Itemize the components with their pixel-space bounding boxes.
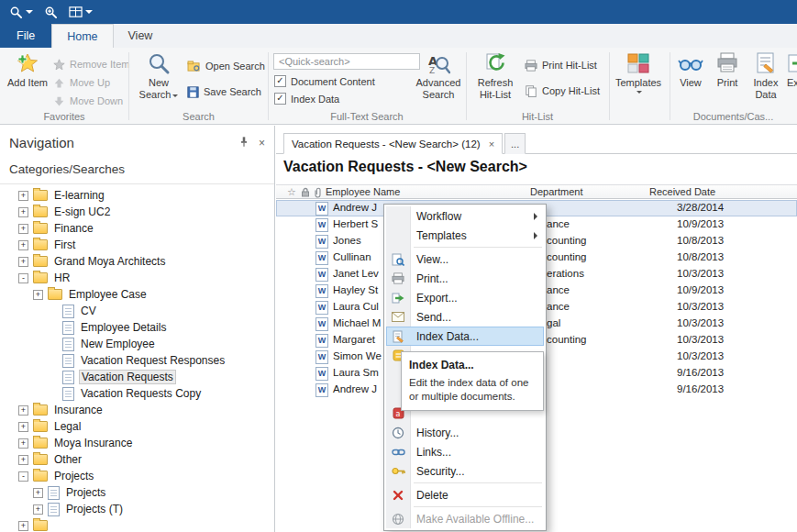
view-label: View (680, 77, 702, 89)
tree-item-e-sign-uc2[interactable]: +E-sign UC2 (0, 204, 274, 220)
refresh-hitlist-button[interactable]: Refresh Hit-List (470, 51, 521, 101)
document-content-checkbox[interactable]: ✓ Document Content (274, 75, 375, 87)
expander-icon[interactable]: + (18, 207, 28, 217)
paperclip-icon[interactable] (314, 187, 322, 200)
tab-file[interactable]: File (0, 24, 51, 48)
qat-grid-button[interactable] (69, 6, 93, 19)
column-employee-name[interactable]: Employee Name (326, 186, 400, 197)
tree-item-projects-t[interactable]: +Projects (T) (0, 501, 274, 517)
expander-icon[interactable]: + (18, 405, 28, 416)
expander-icon[interactable]: + (33, 504, 43, 515)
export-button[interactable]: Ex (787, 51, 797, 89)
open-search-button[interactable]: Open Search (187, 58, 265, 74)
tree-item-vacation-requests[interactable]: Vacation Requests (0, 369, 274, 385)
save-search-button[interactable]: Save Search (187, 83, 261, 100)
menu-separator (414, 506, 542, 507)
expander-icon[interactable]: + (18, 455, 28, 465)
tab-view[interactable]: View (114, 24, 168, 48)
menu-item-view[interactable]: View... (386, 249, 544, 269)
word-doc-icon: W (315, 334, 328, 348)
menu-item-security[interactable]: Security... (386, 461, 544, 481)
tree-item-clipped[interactable]: + (0, 517, 274, 532)
tree-item-projects[interactable]: -Projects (0, 468, 274, 484)
templates-button[interactable]: Templates (611, 51, 666, 94)
new-search-button[interactable]: New Search (134, 51, 183, 101)
remove-item-button: Remove Item (53, 56, 129, 72)
expander-icon[interactable]: + (18, 191, 28, 201)
pin-icon[interactable] (238, 136, 249, 150)
document-icon (62, 387, 74, 401)
tab-home[interactable]: Home (51, 24, 113, 48)
key-icon (386, 467, 410, 475)
qat-zoom-search-button[interactable] (44, 6, 58, 19)
menu-separator (414, 247, 542, 248)
menu-item-templates[interactable]: Templates (386, 226, 544, 245)
expander-icon[interactable]: + (18, 422, 28, 432)
expander-icon[interactable]: + (18, 224, 28, 234)
menu-item-export[interactable]: Export... (386, 288, 544, 307)
tree-item-vacation-requests-copy[interactable]: Vacation Requests Copy (0, 385, 274, 402)
menu-item-send[interactable]: Send... (386, 307, 544, 327)
tree-item-vacation-request-responses[interactable]: Vacation Request Responses (0, 352, 274, 369)
qat-search-button[interactable] (9, 6, 33, 19)
print-hitlist-button[interactable]: Print Hit-List (525, 57, 597, 73)
menu-item-index-data[interactable]: Index Data... (386, 327, 544, 346)
folder-icon (33, 256, 48, 267)
ribbon-tab-row: File Home View (0, 24, 797, 48)
column-department[interactable]: Department (530, 186, 582, 197)
expander-icon[interactable]: + (33, 488, 43, 498)
advanced-search-button[interactable]: AZ Advanced Search (413, 51, 464, 101)
close-icon[interactable]: × (259, 137, 265, 150)
chevron-down-icon (26, 10, 33, 14)
lock-icon[interactable] (301, 187, 310, 199)
expander-icon[interactable]: + (18, 438, 28, 449)
menu-item-workflow[interactable]: Workflow (386, 206, 544, 226)
tree-item-cv[interactable]: CV (0, 303, 274, 319)
categories-searches-header: Categories/Searches (0, 154, 274, 184)
word-doc-icon: W (315, 251, 328, 265)
tree-item-projects-child[interactable]: +Projects (0, 484, 274, 501)
favorite-star-icon[interactable]: ☆ (287, 186, 296, 198)
view-button[interactable]: View (673, 51, 708, 89)
expander-icon[interactable]: - (18, 471, 28, 482)
expander-icon[interactable]: - (18, 273, 28, 283)
move-down-button: Move Down (53, 93, 123, 109)
column-received-date[interactable]: Received Date (649, 186, 715, 197)
index-data-checkbox[interactable]: ✓ Index Data (274, 93, 339, 105)
expander-icon[interactable]: + (18, 240, 28, 250)
tree-item-hr[interactable]: -HR (0, 270, 274, 286)
copy-hitlist-button[interactable]: Copy Hit-List (525, 83, 600, 99)
menu-item-print[interactable]: Print... (386, 269, 544, 288)
word-doc-icon: W (315, 268, 328, 282)
tree-item-first[interactable]: +First (0, 237, 274, 253)
checkbox-checked-icon: ✓ (274, 93, 286, 105)
tree-item-moya-insurance[interactable]: +Moya Insurance (0, 435, 274, 451)
tab-close-icon[interactable]: × (489, 139, 494, 150)
menu-item-history[interactable]: History... (386, 423, 544, 442)
print-button[interactable]: Print (710, 51, 745, 89)
add-item-button[interactable]: Add Item (6, 51, 50, 89)
document-tab-vacation-requests[interactable]: Vacation Requests - <New Search> (12) × (283, 133, 503, 154)
tree-item-finance[interactable]: +Finance (0, 220, 274, 237)
index-data-button[interactable]: Index Data (746, 51, 786, 101)
quick-search-input[interactable] (273, 53, 420, 70)
tree-item-new-employee[interactable]: New Employee (0, 336, 274, 352)
tree-item-other[interactable]: +Other (0, 451, 274, 468)
tree-item-e-learning[interactable]: +E-learning (0, 187, 274, 204)
tab-overflow[interactable]: ... (504, 133, 526, 154)
tree-item-legal[interactable]: +Legal (0, 418, 274, 435)
application-window: File Home View Add Item Remove Item Move… (0, 0, 797, 532)
offline-globe-icon (386, 513, 410, 526)
menu-item-delete[interactable]: Delete (386, 485, 544, 504)
group-label-favorites: Favorites (0, 111, 128, 122)
menu-item-links[interactable]: Links... (386, 442, 544, 461)
expander-icon[interactable]: + (33, 290, 43, 300)
expander-icon[interactable]: + (18, 521, 28, 531)
tree-item-employee-details[interactable]: Employee Details (0, 319, 274, 336)
tree-item-insurance[interactable]: +Insurance (0, 402, 274, 418)
tooltip: Index Data... Edit the index data of one… (401, 351, 544, 411)
tree-item-grand-moya-architects[interactable]: +Grand Moya Architects (0, 253, 274, 270)
tree-item-employee-case[interactable]: +Employee Case (0, 286, 274, 303)
quick-access-toolbar (0, 0, 797, 24)
expander-icon[interactable]: + (18, 257, 28, 267)
